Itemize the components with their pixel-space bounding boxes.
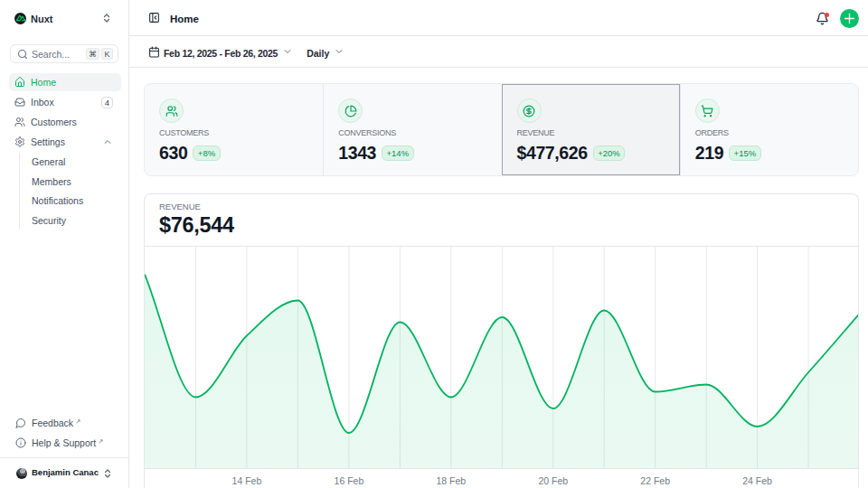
svg-text:20 Feb: 20 Feb [538, 475, 568, 486]
svg-text:24 Feb: 24 Feb [742, 475, 772, 486]
svg-text:16 Feb: 16 Feb [335, 475, 364, 486]
svg-text:14 Feb: 14 Feb [232, 475, 262, 486]
svg-text:22 Feb: 22 Feb [640, 475, 670, 486]
svg-text:18 Feb: 18 Feb [436, 475, 466, 486]
